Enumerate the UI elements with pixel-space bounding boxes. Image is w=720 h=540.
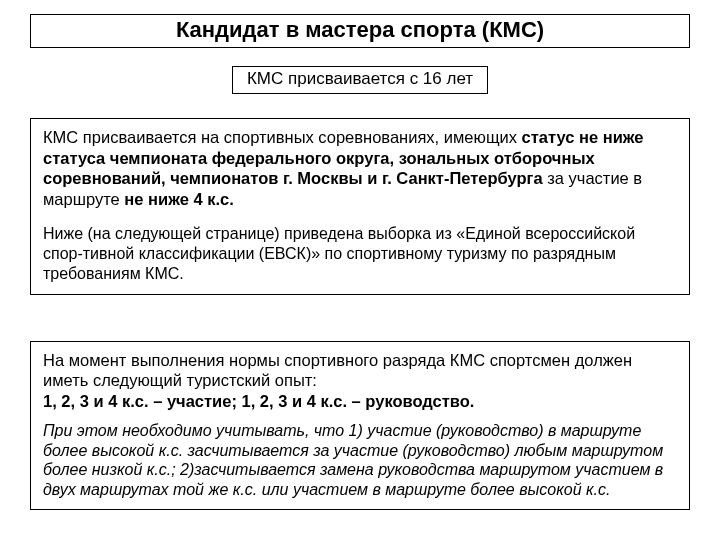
subtitle-wrap: КМС присваивается с 16 лет [30,48,690,94]
requirements-box: КМС присваивается на спортивных соревнов… [30,118,690,295]
exp-para-1: На момент выполнения нормы спортивного р… [43,350,677,391]
req-para-2: Ниже (на следующей странице) приведена в… [43,224,677,284]
experience-box: На момент выполнения нормы спортивного р… [30,341,690,511]
subtitle-box: КМС присваивается с 16 лет [232,66,488,94]
slide: Кандидат в мастера спорта (КМС) КМС прис… [0,0,720,540]
subtitle-text: КМС присваивается с 16 лет [247,69,473,88]
title-box: Кандидат в мастера спорта (КМС) [30,14,690,48]
exp-para-2: 1, 2, 3 и 4 к.с. – участие; 1, 2, 3 и 4 … [43,391,677,412]
req-1a: КМС присваивается на спортивных соревнов… [43,128,522,146]
exp-para-3: При этом необходимо учитывать, что 1) уч… [43,421,677,499]
req-para-1: КМС присваивается на спортивных соревнов… [43,127,677,210]
title-text: Кандидат в мастера спорта (КМС) [176,17,544,42]
req-1d: не ниже 4 к.с. [124,190,233,208]
